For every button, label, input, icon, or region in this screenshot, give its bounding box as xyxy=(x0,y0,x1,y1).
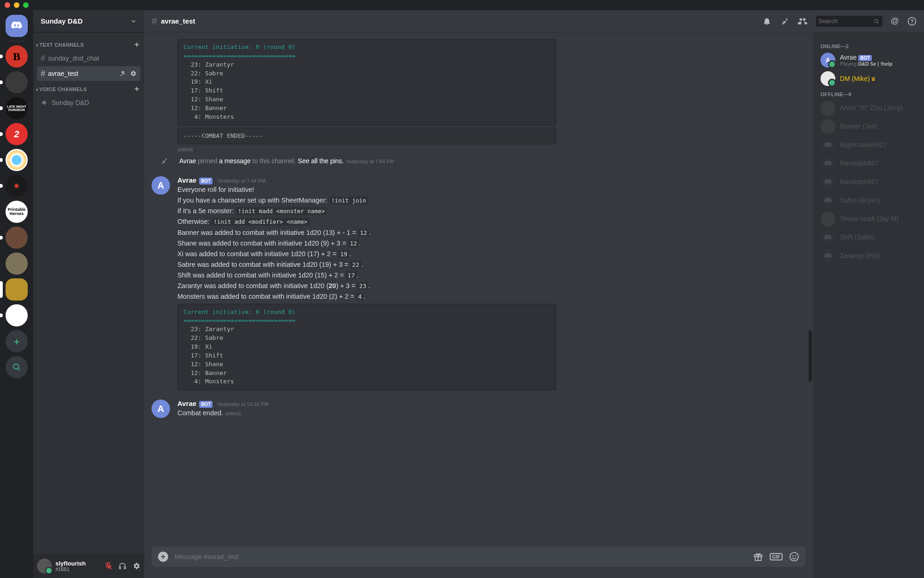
member-item[interactable]: Randolph827 xyxy=(817,154,920,173)
member-item[interactable]: Nightcrawler827 xyxy=(817,136,920,154)
avatar[interactable]: A xyxy=(152,400,170,418)
code-block-initiative: Current initiative: 0 (round 0) ========… xyxy=(177,39,556,126)
category-voice-channels[interactable]: ▾VOICE CHANNELS ＋ xyxy=(33,81,144,95)
gift-button[interactable] xyxy=(753,552,763,562)
member-list-button[interactable] xyxy=(797,16,808,26)
chevron-down-icon: ▾ xyxy=(36,87,38,92)
deafen-button[interactable] xyxy=(118,562,127,570)
mute-mic-button[interactable] xyxy=(104,562,113,570)
system-pin-message: Avrae pinned a message to this channel. … xyxy=(152,152,806,170)
server-name: Sunday D&D xyxy=(41,17,83,25)
message-timestamp: Yesterday at 7:44 PM xyxy=(217,178,266,184)
member-list: ONLINE—2 A Avrae BOT Playing D&D 5e | !h… xyxy=(813,32,924,578)
server-icon[interactable]: 2 xyxy=(6,123,28,145)
member-avatar xyxy=(821,249,835,264)
zoom-window-button[interactable] xyxy=(23,2,29,8)
gear-icon[interactable] xyxy=(129,70,137,77)
member-avatar xyxy=(821,193,835,208)
search-input[interactable] xyxy=(819,18,874,25)
gif-button[interactable]: GIF xyxy=(770,553,783,560)
svg-point-14 xyxy=(792,555,794,557)
category-text-channels[interactable]: ▾TEXT CHANNELS ＋ xyxy=(33,37,144,50)
user-panel: slyflourish #1651 xyxy=(33,554,144,578)
hash-icon: # xyxy=(152,15,157,27)
member-item[interactable]: Randolph827 xyxy=(817,173,920,191)
svg-text:?: ? xyxy=(911,18,914,24)
hash-icon: # xyxy=(41,69,45,79)
chevron-down-icon xyxy=(130,18,137,25)
pinned-messages-button[interactable] xyxy=(780,17,789,26)
add-channel-button[interactable]: ＋ xyxy=(133,40,140,49)
server-icon[interactable]: ✸ xyxy=(6,175,28,197)
message-input[interactable] xyxy=(175,553,747,560)
server-rail: B LATE NIGHTDUNGEON 2 ✸ PrintableHeroes … xyxy=(0,10,33,578)
member-item[interactable]: Shift (Juliet) xyxy=(817,228,920,247)
notifications-button[interactable] xyxy=(762,17,772,26)
channel-name: avrae_test xyxy=(48,70,78,77)
emoji-button[interactable] xyxy=(789,552,799,562)
avatar[interactable]: A xyxy=(152,176,170,195)
category-label: TEXT CHANNELS xyxy=(39,42,84,48)
add-server-button[interactable]: ＋ xyxy=(6,330,28,352)
svg-point-13 xyxy=(790,553,798,561)
server-icon-active[interactable] xyxy=(6,278,28,301)
close-window-button[interactable] xyxy=(5,2,10,8)
svg-point-0 xyxy=(13,364,18,369)
server-icon[interactable] xyxy=(6,71,28,93)
discord-logo-icon xyxy=(11,20,23,32)
minimize-window-button[interactable] xyxy=(14,2,19,8)
server-icon[interactable] xyxy=(6,227,28,249)
server-icon[interactable]: LATE NIGHTDUNGEON xyxy=(6,97,28,119)
see-pins-link[interactable]: See all the pins. xyxy=(298,157,344,165)
member-item[interactable]: Shane Husk (Jay M) xyxy=(817,210,920,228)
server-icon[interactable] xyxy=(6,252,28,275)
server-icon[interactable]: PrintableHeroes xyxy=(6,201,28,223)
user-settings-button[interactable] xyxy=(132,562,140,570)
compass-search-icon xyxy=(12,363,21,372)
message-author[interactable]: Avrae xyxy=(177,176,196,184)
server-icon[interactable] xyxy=(6,149,28,171)
mentions-button[interactable]: @ xyxy=(891,16,899,26)
message-author[interactable]: Avrae xyxy=(177,400,196,407)
channel-name: sunday_dnd_chat xyxy=(48,55,99,62)
self-avatar[interactable] xyxy=(37,559,52,573)
member-avatar xyxy=(821,119,835,134)
window-titlebar xyxy=(0,0,924,10)
pin-icon xyxy=(160,157,173,165)
member-avatar xyxy=(821,101,835,116)
home-button[interactable] xyxy=(6,15,28,37)
member-item[interactable]: Sabre (Bryan) xyxy=(817,191,920,210)
message: A Avrae BOT Yesterday at 7:44 PM Everyon… xyxy=(152,175,806,393)
member-item[interactable]: DM (Mike)♛ xyxy=(817,69,920,88)
speaker-icon xyxy=(41,98,49,107)
code-block-combat-ended: -----COMBAT ENDED----- xyxy=(177,128,556,145)
voice-channel-sunday-dnd[interactable]: Sunday D&D xyxy=(37,95,140,110)
scrollbar[interactable] xyxy=(808,32,812,547)
server-icon[interactable] xyxy=(6,304,28,326)
member-item[interactable]: A Avrae BOT Playing D&D 5e | !help xyxy=(817,51,920,69)
message-timestamp: Yesterday at 10:16 PM xyxy=(217,401,268,407)
svg-point-15 xyxy=(795,555,796,557)
bot-badge: BOT xyxy=(858,55,872,61)
crown-icon: ♛ xyxy=(871,76,876,82)
invite-icon[interactable] xyxy=(119,70,127,77)
plus-icon: ＋ xyxy=(12,335,21,348)
member-item[interactable]: Banner (Joe) xyxy=(817,117,920,136)
bot-badge: BOT xyxy=(199,401,213,408)
member-avatar xyxy=(821,175,835,190)
channel-sunday-dnd-chat[interactable]: # sunday_dnd_chat xyxy=(37,51,140,66)
svg-line-1 xyxy=(18,369,20,370)
add-channel-button[interactable]: ＋ xyxy=(133,84,140,94)
search-bar[interactable] xyxy=(816,16,882,27)
help-button[interactable]: ? xyxy=(907,17,917,26)
server-name-header[interactable]: Sunday D&D xyxy=(33,10,144,32)
channel-avrae-test[interactable]: # avrae_test xyxy=(37,66,140,81)
self-username: slyflourish xyxy=(55,560,86,566)
member-item[interactable]: Zarantyr (Pat) xyxy=(817,247,920,265)
member-category-online: ONLINE—2 xyxy=(817,40,920,51)
explore-servers-button[interactable] xyxy=(6,356,28,378)
server-icon[interactable]: B xyxy=(6,45,28,68)
member-item[interactable]: Arwin "Xi" Zizu (Jerry) xyxy=(817,99,920,117)
attach-button[interactable]: + xyxy=(158,552,168,562)
message: A Avrae BOT Yesterday at 10:16 PM Combat… xyxy=(152,399,806,419)
